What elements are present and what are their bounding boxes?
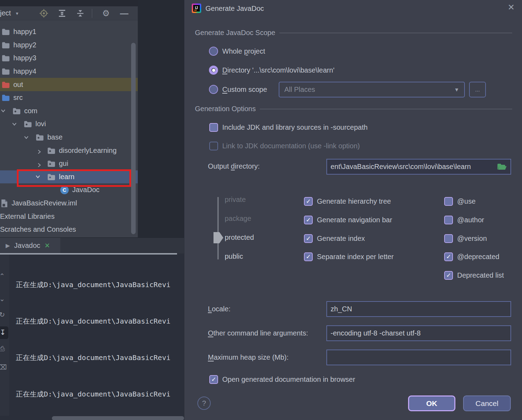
checkbox-version-tag[interactable]: ✓ @version xyxy=(444,234,487,243)
radio-icon[interactable] xyxy=(209,85,218,94)
visibility-protected[interactable]: protected xyxy=(225,233,254,242)
clear-all-icon[interactable]: ⌫ xyxy=(0,363,7,371)
chevron-collapsed-icon[interactable] xyxy=(37,148,42,153)
checkbox-link-jdk[interactable]: ✓ Link to JDK documentation (use -link o… xyxy=(209,142,360,150)
down-chevron-icon[interactable]: ⌄ xyxy=(0,295,7,303)
checkbox-checked-icon[interactable]: ✓ xyxy=(444,271,453,280)
chevron-expanded-icon[interactable] xyxy=(13,122,18,127)
checkbox-generate-index[interactable]: ✓ Generate index xyxy=(304,234,365,243)
tree-row-javadoc-class[interactable]: C JavaDoc xyxy=(0,183,138,197)
close-icon[interactable]: ✕ xyxy=(508,4,515,11)
visibility-slider-thumb[interactable] xyxy=(213,232,223,243)
scroll-to-end-icon[interactable]: ↧ xyxy=(0,326,8,339)
tree-row-src[interactable]: src xyxy=(0,91,138,104)
tree-row-com[interactable]: com xyxy=(0,104,138,118)
checkbox-checked-icon[interactable]: ✓ xyxy=(444,252,453,261)
checkbox-checked-icon[interactable]: ✓ xyxy=(209,375,218,384)
hide-panel-icon[interactable]: — xyxy=(120,9,129,18)
expand-all-icon[interactable] xyxy=(57,9,67,18)
checkbox-deprecated-list[interactable]: ✓ Deprecated list xyxy=(444,271,504,280)
checkbox-author-tag[interactable]: ✓ @author xyxy=(444,216,484,224)
checkbox-deprecated-tag[interactable]: ✓ @deprecated xyxy=(444,252,499,261)
project-toolbar-title[interactable]: ject xyxy=(0,9,11,17)
chevron-collapsed-icon[interactable] xyxy=(37,161,42,166)
chevron-expanded-icon[interactable] xyxy=(25,135,30,140)
checkbox-checked-icon[interactable]: ✓ xyxy=(304,197,313,206)
chevron-down-icon[interactable]: ▾ xyxy=(16,11,18,16)
tree-row-happy3[interactable]: happy3 xyxy=(0,52,138,65)
checkbox-navigation-bar[interactable]: ✓ Generate navigation bar xyxy=(304,216,392,224)
console-tab-bar: ▶ Javadoc ✕ xyxy=(0,238,184,253)
heap-size-field[interactable] xyxy=(326,350,511,365)
tree-row-happy2[interactable]: happy2 xyxy=(0,39,138,52)
checkbox-unchecked-icon[interactable]: ✓ xyxy=(444,234,453,243)
radio-whole-project[interactable]: Whole project xyxy=(209,47,265,56)
tree-row-scratches[interactable]: Scratches and Consoles xyxy=(0,223,138,236)
tree-row-iml[interactable]: JavaBasicReview.iml xyxy=(0,197,138,210)
checkbox-label: @version xyxy=(457,235,487,243)
checkbox-open-in-browser[interactable]: ✓ Open generated documentation in browse… xyxy=(209,375,355,384)
tree-label: JavaDoc xyxy=(72,186,100,194)
tree-row-base[interactable]: base xyxy=(0,131,138,144)
visibility-slider-track[interactable] xyxy=(217,197,219,259)
browse-scopes-button[interactable]: ... xyxy=(469,82,486,97)
open-folder-icon[interactable] xyxy=(497,163,507,171)
tree-row-gui[interactable]: gui xyxy=(0,157,138,170)
tree-row-learn[interactable]: learn xyxy=(0,170,138,184)
dialog-logo: IJ xyxy=(192,4,201,13)
section-divider xyxy=(260,109,512,109)
folder-icon xyxy=(2,42,10,48)
arguments-field[interactable]: -encoding utf-8 -charset utf-8 xyxy=(326,325,511,341)
ok-button[interactable]: OK xyxy=(408,395,455,411)
locate-target-icon[interactable] xyxy=(39,9,48,18)
tree-row-happy4[interactable]: happy4 xyxy=(0,65,138,78)
checkbox-label: @use xyxy=(457,197,476,205)
checkbox-unchecked-icon[interactable]: ✓ xyxy=(444,197,453,206)
chevron-expanded-icon[interactable] xyxy=(2,108,7,113)
radio-directory[interactable]: Directory '...\src\com\lovi\base\learn' xyxy=(209,66,334,75)
chevron-expanded-icon[interactable] xyxy=(37,174,42,179)
rerun-icon[interactable]: ↻ xyxy=(0,311,7,319)
custom-scope-dropdown[interactable]: All Places ▼ xyxy=(279,82,465,97)
checkbox-checked-icon[interactable]: ✓ xyxy=(304,252,313,261)
collapse-all-icon[interactable] xyxy=(76,9,85,18)
radio-custom-scope[interactable]: Custom scope xyxy=(209,85,267,94)
console-output: 正在生成D:\java_document\JavaBasicRevi 正在生成D… xyxy=(16,255,184,416)
output-directory-field[interactable]: ent\JavaBasicReview\src\com\lovi\base\le… xyxy=(326,159,511,175)
checkbox-unchecked-icon[interactable]: ✓ xyxy=(209,123,218,132)
checkbox-label: Open generated documentation in browser xyxy=(222,375,355,384)
tree-label: base xyxy=(47,133,62,141)
console-horizontal-scrollbar[interactable] xyxy=(52,416,184,420)
checkbox-label: @author xyxy=(457,216,484,224)
checkbox-use-tag[interactable]: ✓ @use xyxy=(444,197,476,206)
locale-label: Locale: xyxy=(208,305,231,313)
tree-vertical-scrollbar[interactable] xyxy=(131,43,136,234)
checkbox-checked-icon[interactable]: ✓ xyxy=(304,216,313,224)
tab-javadoc[interactable]: ▶ Javadoc ✕ xyxy=(0,238,60,253)
checkbox-unchecked-icon[interactable]: ✓ xyxy=(444,216,453,224)
print-icon[interactable]: ⎙ xyxy=(0,345,7,353)
tree-row-lovi[interactable]: lovi xyxy=(0,117,138,131)
help-button[interactable]: ? xyxy=(197,397,211,410)
tree-row-out[interactable]: out xyxy=(0,78,138,91)
checkbox-separate-index[interactable]: ✓ Separate index per letter xyxy=(304,252,394,261)
radio-selected-icon[interactable] xyxy=(209,66,218,75)
checkbox-include-jdk[interactable]: ✓ Include JDK and library sources in -so… xyxy=(209,123,368,132)
visibility-private[interactable]: private xyxy=(225,196,246,204)
tree-row-disorderlyLearning[interactable]: disorderlyLearning xyxy=(0,144,138,157)
checkbox-hierarchy-tree[interactable]: ✓ Generate hierarchy tree xyxy=(304,197,391,206)
visibility-package[interactable]: package xyxy=(225,215,251,223)
cancel-button[interactable]: Cancel xyxy=(463,395,511,411)
locale-field[interactable]: zh_CN xyxy=(326,301,511,317)
visibility-public[interactable]: public xyxy=(225,252,243,260)
tree-label: happy4 xyxy=(13,67,36,75)
up-chevron-icon[interactable]: ⌃ xyxy=(0,272,7,280)
tree-row-external-libraries[interactable]: External Libraries xyxy=(0,210,138,223)
close-tab-icon[interactable]: ✕ xyxy=(45,242,50,250)
checkbox-checked-icon[interactable]: ✓ xyxy=(304,234,313,243)
radio-icon[interactable] xyxy=(209,47,218,56)
tree-row-happy1[interactable]: happy1 xyxy=(0,25,138,39)
arguments-label: Other command line arguments: xyxy=(208,329,308,337)
checkbox-label: Separate index per letter xyxy=(317,253,394,261)
gear-icon[interactable]: ⚙ xyxy=(101,9,110,18)
